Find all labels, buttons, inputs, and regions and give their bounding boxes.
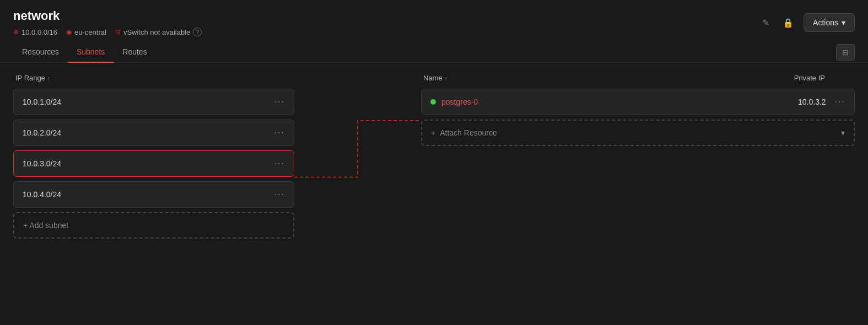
tab-routes[interactable]: Routes	[114, 42, 155, 63]
globe-icon: ⊕	[13, 28, 19, 36]
resources-column-headers: Name ↑ Private IP	[421, 74, 855, 82]
resource-status-indicator	[430, 99, 436, 105]
ip-range-column-header: IP Range ↑	[13, 74, 294, 82]
subnet-menu-button[interactable]: ···	[274, 159, 285, 169]
attach-resource-button[interactable]: + Attach Resource ▾	[421, 120, 855, 146]
actions-label: Actions	[813, 18, 838, 27]
resource-private-ip: 10.0.3.2	[760, 98, 826, 106]
meta-region: ◉ eu-central	[66, 28, 106, 36]
chevron-down-icon: ▾	[842, 18, 845, 27]
tab-subnets[interactable]: Subnets	[68, 42, 114, 63]
add-subnet-button[interactable]: + Add subnet	[13, 212, 294, 239]
meta-vswitch-value: vSwitch not available	[123, 28, 190, 36]
vswitch-icon: ⊟	[115, 28, 121, 36]
subnet-item[interactable]: 10.0.4.0/24 ···	[13, 181, 294, 208]
add-subnet-label: + Add subnet	[23, 221, 68, 230]
lock-button[interactable]: 🔒	[779, 14, 797, 31]
private-ip-column-header: Private IP	[742, 74, 853, 82]
subnet-menu-button[interactable]: ···	[274, 128, 285, 138]
subnet-range: 10.0.2.0/24	[23, 128, 61, 137]
private-ip-label: Private IP	[794, 74, 825, 82]
meta-ip-range-value: 10.0.0.0/16	[21, 28, 57, 36]
connector-svg	[294, 74, 421, 300]
actions-button[interactable]: Actions ▾	[804, 13, 855, 32]
subnets-panel: IP Range ↑ 10.0.1.0/24 ··· 10.0.2.0/24 ·…	[13, 74, 294, 300]
meta-vswitch: ⊟ vSwitch not available ?	[115, 28, 202, 36]
sort-icon: ↑	[47, 75, 51, 82]
page-header: network ⊕ 10.0.0.0/16 ◉ eu-central ⊟ vSw…	[0, 0, 868, 36]
subnet-item[interactable]: 10.0.2.0/24 ···	[13, 120, 294, 146]
resource-menu-button[interactable]: ···	[835, 97, 845, 107]
subnet-range: 10.0.3.0/24	[23, 159, 61, 168]
header-meta: ⊕ 10.0.0.0/16 ◉ eu-central ⊟ vSwitch not…	[13, 28, 202, 36]
meta-region-value: eu-central	[74, 28, 106, 36]
help-icon[interactable]: ?	[193, 28, 202, 36]
filter-button[interactable]: ⊟	[836, 44, 855, 61]
subnet-menu-button[interactable]: ···	[274, 97, 285, 107]
sort-icon: ↑	[445, 75, 448, 82]
nav-tabs: Resources Subnets Routes ⊟	[0, 42, 868, 63]
header-left: network ⊕ 10.0.0.0/16 ◉ eu-central ⊟ vSw…	[13, 9, 202, 36]
page-title: network	[13, 9, 202, 23]
ip-range-label: IP Range	[15, 74, 45, 82]
resources-panel: Name ↑ Private IP postgres-0 10.0.3.2 ··…	[421, 74, 855, 300]
connector-area	[294, 74, 421, 300]
subnet-menu-button[interactable]: ···	[274, 189, 285, 199]
resource-item[interactable]: postgres-0 10.0.3.2 ···	[421, 89, 855, 115]
plus-icon: +	[431, 128, 435, 137]
tabs-left: Resources Subnets Routes	[13, 42, 156, 62]
resource-name: postgres-0	[441, 98, 760, 106]
subnet-range: 10.0.4.0/24	[23, 190, 61, 199]
subnet-range: 10.0.1.0/24	[23, 98, 61, 106]
edit-button[interactable]: ✎	[759, 14, 773, 31]
header-right: ✎ 🔒 Actions ▾	[759, 13, 855, 32]
chevron-down-icon: ▾	[841, 128, 845, 137]
name-label: Name	[423, 74, 443, 82]
subnet-item-selected[interactable]: 10.0.3.0/24 ···	[13, 150, 294, 177]
attach-resource-label: Attach Resource	[440, 128, 497, 137]
tab-resources[interactable]: Resources	[13, 42, 68, 63]
location-icon: ◉	[66, 28, 72, 36]
subnet-item[interactable]: 10.0.1.0/24 ···	[13, 89, 294, 115]
attach-label-container: + Attach Resource	[431, 128, 497, 137]
name-column-header: Name ↑	[423, 74, 742, 82]
meta-ip-range: ⊕ 10.0.0.0/16	[13, 28, 57, 36]
main-content: IP Range ↑ 10.0.1.0/24 ··· 10.0.2.0/24 ·…	[0, 63, 868, 311]
